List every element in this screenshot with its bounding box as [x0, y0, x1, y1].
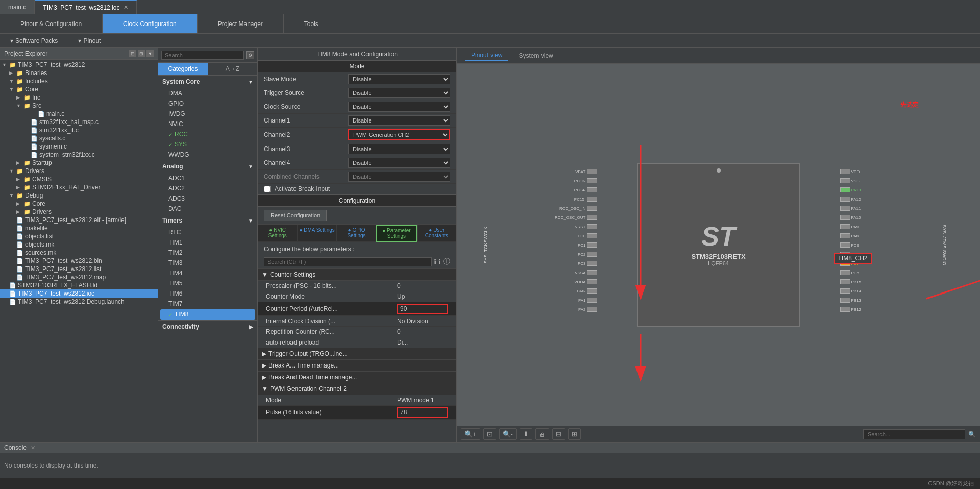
channel4-select[interactable]: Disable [348, 158, 450, 168]
tree-item-inc[interactable]: ▶ 📁 Inc [0, 93, 158, 102]
tree-item-it-c[interactable]: 📄 stm32f1xx_it.c [0, 126, 158, 134]
cat-item-adc2[interactable]: ADC2 [158, 183, 257, 193]
pinout-view-tab[interactable]: Pinout view [465, 50, 508, 61]
tree-item-list[interactable]: 📄 TIM3_PC7_test_ws2812.list [0, 265, 158, 273]
reset-configuration-button[interactable]: Reset Configuration [264, 210, 327, 221]
pinout-search-input[interactable] [863, 429, 965, 439]
print-btn[interactable]: 🖨 [535, 428, 549, 440]
cat-item-dac[interactable]: DAC [158, 204, 257, 214]
tree-item-debug-core[interactable]: ▶ 📁 Core [0, 200, 158, 208]
params-search-input[interactable] [264, 257, 432, 266]
user-constants-tab[interactable]: ● User Constants [417, 225, 456, 242]
tree-item-project[interactable]: ▼ 📁 TIM3_PC7_test_ws2812 [0, 61, 158, 69]
break-input-checkbox[interactable] [264, 186, 271, 192]
tree-item-map[interactable]: 📄 TIM3_PC7_test_ws2812.map [0, 273, 158, 281]
cat-item-tim7[interactable]: TIM7 [158, 299, 257, 309]
tab-project-manager[interactable]: Project Manager [198, 14, 284, 33]
tree-item-startup[interactable]: ▶ 📁 Startup [0, 159, 158, 167]
break-header[interactable]: ▶ Break A... Time manage... [258, 360, 456, 372]
channel2-select[interactable]: PWM Generation CH2 [348, 129, 450, 140]
tree-item-objects-list[interactable]: 📄 objects.list [0, 232, 158, 240]
cat-tab-az[interactable]: A→Z [208, 63, 257, 75]
tree-item-syscalls[interactable]: 📄 syscalls.c [0, 134, 158, 142]
cat-item-gpio[interactable]: GPIO [158, 99, 257, 109]
cat-item-tim6[interactable]: TIM6 [158, 288, 257, 299]
cat-item-dma[interactable]: DMA [158, 88, 257, 99]
cat-item-tim4[interactable]: TIM4 [158, 268, 257, 278]
zoom-out-btn[interactable]: 🔍- [499, 428, 517, 440]
link-editor-btn[interactable]: ⊞ [138, 50, 145, 57]
another-btn[interactable]: ⊞ [568, 428, 581, 440]
pulse-value[interactable]: 78 [397, 407, 448, 418]
cat-item-iwdg[interactable]: IWDG [158, 109, 257, 119]
tree-item-cmsis[interactable]: ▶ 📁 CMSIS [0, 175, 158, 183]
tree-item-drivers[interactable]: ▼ 📁 Drivers [0, 167, 158, 175]
collapse-all-btn[interactable]: ⊟ [129, 50, 136, 57]
tab-clock-config[interactable]: Clock Configuration [103, 14, 198, 33]
cat-item-tim8[interactable]: ✓TIM8 [160, 309, 255, 320]
tab-pinout-config[interactable]: Pinout & Configuration [0, 14, 103, 33]
break-dead-time-header[interactable]: ▶ Break And Dead Time manage... [258, 372, 456, 383]
file-tab-ioc[interactable]: TIM3_PC7_test_ws2812.ioc ✕ [35, 0, 137, 14]
clock-source-select[interactable]: Disable [348, 102, 450, 112]
explorer-menu-btn[interactable]: ▼ [146, 50, 154, 57]
parameter-settings-tab[interactable]: ● Parameter Settings [376, 225, 416, 242]
cat-item-tim1[interactable]: TIM1 [158, 237, 257, 248]
tree-item-main-c[interactable]: . 📄 main.c [0, 110, 158, 118]
cat-item-nvic[interactable]: NVIC [158, 119, 257, 129]
params-extra-icon[interactable]: ⓘ [443, 257, 450, 266]
system-view-tab[interactable]: System view [512, 51, 559, 61]
export-btn[interactable]: ⬇ [520, 428, 532, 440]
tree-item-hal-msp[interactable]: 📄 stm32f1xx_hal_msp.c [0, 118, 158, 126]
tree-item-debug-launch[interactable]: 📄 TIM3_PC7_test_ws2812 Debug.launch [0, 298, 158, 306]
cat-tab-categories[interactable]: Categories [158, 63, 208, 75]
trigger-source-select[interactable]: Disable [348, 88, 450, 98]
channel1-select[interactable]: Disable [348, 115, 450, 126]
tree-item-core[interactable]: ▼ 📁 Core [0, 85, 158, 93]
tree-item-debug[interactable]: ▼ 📁 Debug [0, 191, 158, 200]
gpio-settings-tab[interactable]: ● GPIO Settings [337, 225, 376, 242]
pwm-gen-ch2-header[interactable]: ▼ PWM Generation Channel 2 [258, 383, 456, 395]
cat-item-tim2[interactable]: TIM2 [158, 248, 257, 258]
counter-settings-header[interactable]: ▼ Counter Settings [258, 269, 456, 281]
tree-item-system[interactable]: 📄 system_stm32f1xx.c [0, 151, 158, 159]
tree-item-bin[interactable]: 📄 TIM3_PC7_test_ws2812.bin [0, 257, 158, 265]
sub-tab-pinout[interactable]: ▾ Pinout [78, 37, 101, 44]
channel3-select[interactable]: Disable [348, 144, 450, 154]
pinout-search-icon[interactable]: 🔍 [968, 431, 976, 438]
tab-tools[interactable]: Tools [284, 14, 339, 33]
cat-section-timers-header[interactable]: Timers ▼ [158, 214, 257, 227]
cat-section-analog-header[interactable]: Analog ▼ [158, 160, 257, 173]
trigger-output-header[interactable]: ▶ Trigger Output (TRGO...ine... [258, 348, 456, 360]
sub-tab-software-packs[interactable]: ▾ Software Packs [10, 37, 58, 44]
tree-item-elf[interactable]: 📄 TIM3_PC7_test_ws2812.elf - [arm/le] [0, 216, 158, 224]
category-search-input[interactable] [161, 51, 244, 60]
tree-item-flash-ld[interactable]: 📄 STM32F103RETX_FLASH.ld [0, 281, 158, 289]
tree-item-makefile[interactable]: 📄 makefile [0, 224, 158, 232]
category-settings-btn[interactable]: ⚙ [246, 51, 254, 59]
slave-mode-select[interactable]: Disable [348, 74, 450, 84]
tree-item-includes[interactable]: ▼ 📁 Includes [0, 77, 158, 85]
nvic-settings-tab[interactable]: ● NVIC Settings [258, 225, 297, 242]
dma-settings-tab[interactable]: ● DMA Settings [297, 225, 336, 242]
cat-item-adc1[interactable]: ADC1 [158, 173, 257, 183]
tree-item-debug-drivers[interactable]: ▶ 📁 Drivers [0, 208, 158, 216]
cat-item-rtc[interactable]: RTC [158, 227, 257, 237]
cat-item-tim5[interactable]: TIM5 [158, 278, 257, 288]
cat-item-tim3[interactable]: TIM3 [158, 258, 257, 268]
combined-channels-select[interactable]: Disable [348, 172, 450, 182]
tree-item-sysmem[interactable]: 📄 sysmem.c [0, 142, 158, 151]
fit-view-btn[interactable]: ⊡ [483, 428, 496, 440]
tree-item-src[interactable]: ▼ 📁 Src [0, 102, 158, 110]
cat-item-rcc[interactable]: ✓RCC [158, 129, 257, 139]
cat-item-wwdg[interactable]: WWDG [158, 150, 257, 160]
tree-item-sources-mk[interactable]: 📄 sources.mk [0, 249, 158, 257]
cat-section-system-core-header[interactable]: System Core ▼ [158, 76, 257, 88]
params-help-icon[interactable]: ℹ [438, 258, 441, 266]
tree-item-ioc-selected[interactable]: 📄 TIM3_PC7_test_ws2812.ioc [0, 289, 158, 298]
split-btn[interactable]: ⊟ [552, 428, 565, 440]
file-tab-main-c[interactable]: main.c [0, 0, 35, 14]
tree-item-binaries[interactable]: ▶ 📁 Binaries [0, 69, 158, 77]
cat-section-connectivity-header[interactable]: Connectivity ▶ [158, 320, 257, 333]
zoom-in-btn[interactable]: 🔍+ [461, 428, 480, 440]
